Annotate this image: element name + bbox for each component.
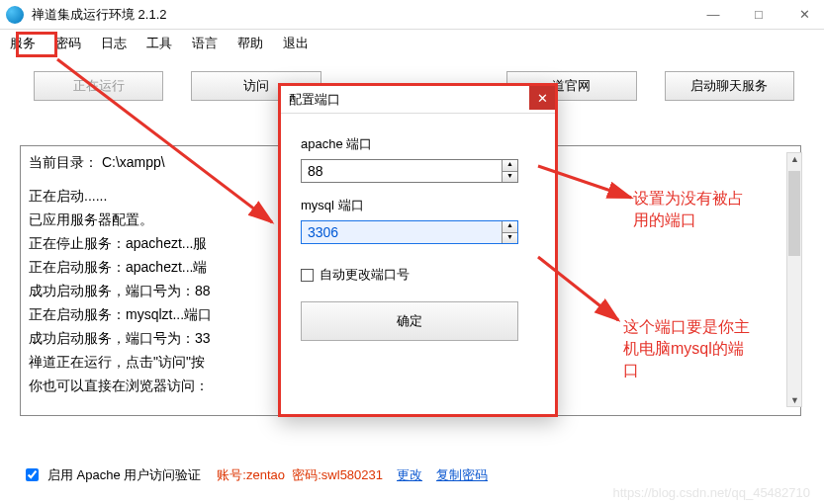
dialog-title: 配置端口	[289, 91, 340, 109]
mysql-port-field[interactable]: ▲▼	[301, 220, 518, 244]
scroll-thumb[interactable]	[788, 171, 800, 256]
apache-auth-checkbox[interactable]	[26, 468, 39, 481]
annotation-text: 用的端口	[633, 210, 744, 231]
annotation-text: 这个端口要是你主	[623, 316, 750, 338]
spin-up-icon[interactable]: ▲	[503, 160, 517, 172]
menu-exit[interactable]: 退出	[283, 35, 309, 52]
menu-log[interactable]: 日志	[101, 35, 127, 52]
chat-button[interactable]: 启动聊天服务	[665, 71, 794, 101]
scroll-down-icon[interactable]: ▼	[790, 395, 799, 405]
change-link[interactable]: 更改	[397, 466, 422, 484]
account-value: zentao	[246, 467, 285, 482]
scroll-up-icon[interactable]: ▲	[790, 154, 799, 164]
menu-help[interactable]: 帮助	[237, 35, 263, 52]
window-controls: — □ ✕	[699, 7, 818, 22]
close-icon: ✕	[537, 91, 548, 106]
annotation-2: 这个端口要是你主 机电脑mysql的端 口	[623, 316, 750, 381]
port-dialog: 配置端口 ✕ apache 端口 ▲▼ mysql 端口 ▲▼ 自动更改端口号 …	[278, 83, 558, 417]
footer: 启用 Apache 用户访问验证 账号:zentao 密码:swl580231 …	[22, 465, 488, 484]
minimize-button[interactable]: —	[699, 7, 727, 22]
annotation-text: 设置为没有被占	[633, 188, 744, 210]
log-scrollbar[interactable]: ▲ ▼	[786, 152, 802, 407]
copy-pwd-link[interactable]: 复制密码	[436, 466, 488, 484]
menu-password[interactable]: 密码	[55, 35, 81, 52]
auto-change-checkbox[interactable]	[301, 269, 314, 282]
app-icon	[6, 6, 24, 24]
window-title: 禅道集成运行环境 2.1.2	[32, 6, 699, 24]
dialog-close-button[interactable]: ✕	[529, 86, 555, 110]
ok-label: 确定	[397, 312, 422, 330]
menubar: 服务 密码 日志 工具 语言 帮助 退出	[0, 30, 824, 57]
menu-language[interactable]: 语言	[192, 35, 218, 52]
account-label: 账号:	[217, 467, 246, 482]
highlight-service-menu	[16, 32, 57, 57]
annotation-1: 设置为没有被占 用的端口	[633, 188, 744, 231]
apache-port-field[interactable]: ▲▼	[301, 159, 518, 183]
spin-down-icon[interactable]: ▼	[503, 172, 517, 183]
close-button[interactable]: ✕	[790, 7, 818, 22]
mysql-port-input[interactable]	[302, 221, 502, 243]
spin-up-icon[interactable]: ▲	[503, 221, 517, 233]
menu-tools[interactable]: 工具	[146, 35, 172, 52]
apache-port-spinner[interactable]: ▲▼	[502, 160, 517, 182]
titlebar: 禅道集成运行环境 2.1.2 — □ ✕	[0, 0, 824, 30]
cwd-label: 当前目录：	[29, 154, 98, 170]
maximize-button[interactable]: □	[745, 7, 773, 22]
running-button[interactable]: 正在运行	[34, 71, 163, 101]
auto-change-label: 自动更改端口号	[320, 266, 410, 284]
annotation-text: 机电脑mysql的端	[623, 338, 750, 360]
mysql-port-spinner[interactable]: ▲▼	[502, 221, 517, 243]
apache-port-label: apache 端口	[301, 135, 535, 153]
apache-auth-label: 启用 Apache 用户访问验证	[47, 466, 201, 484]
annotation-text: 口	[623, 360, 750, 381]
cwd-value: C:\xampp\	[102, 154, 165, 170]
pwd-label: 密码:	[292, 467, 321, 482]
watermark: https://blog.csdn.net/qq_45482710	[613, 485, 811, 500]
ok-button[interactable]: 确定	[301, 301, 518, 341]
spin-down-icon[interactable]: ▼	[503, 233, 517, 244]
mysql-port-label: mysql 端口	[301, 197, 535, 214]
pwd-value: swl580231	[321, 467, 383, 482]
apache-port-input[interactable]	[302, 160, 502, 182]
